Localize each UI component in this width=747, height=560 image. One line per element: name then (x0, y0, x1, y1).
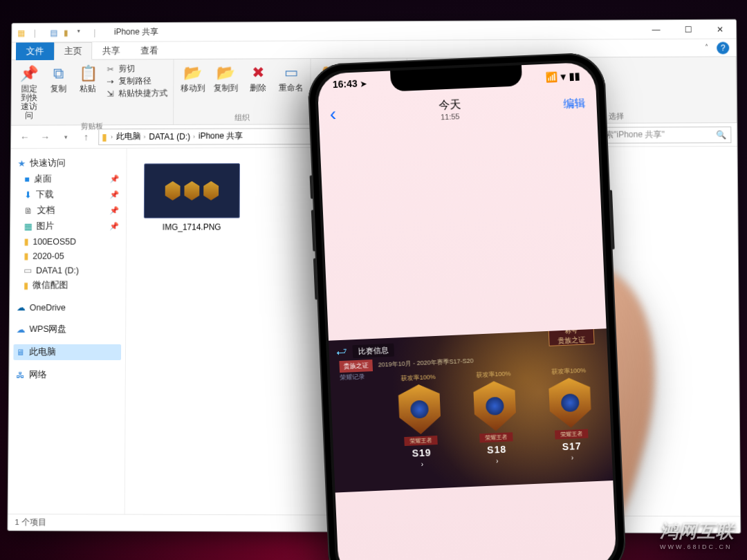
qat-menu-icon[interactable]: ▾ (77, 28, 87, 37)
battery-icon: ▮▮ (569, 71, 580, 82)
tab-share[interactable]: 共享 (92, 42, 130, 60)
delete-button[interactable]: ✖删除 (245, 62, 273, 93)
nav-title: 今天 11:55 (439, 97, 461, 121)
cut-button[interactable]: ✂剪切 (106, 64, 168, 74)
iphone: 16:43 ➤ 📶 ▾ ▮▮ ‹ 今天 11:55 编辑 (307, 52, 627, 560)
rank-shield-icon (548, 377, 591, 429)
sidebar: ★快速访问 ■桌面📌 ⬇下载📌 🗎文档📌 ▦图片📌 ▮100EOS5D ▮202… (8, 149, 127, 514)
tab-view[interactable]: 查看 (130, 41, 168, 59)
tab-home[interactable]: 主页 (54, 42, 92, 60)
copy-to-button[interactable]: 📂复制到 (212, 62, 239, 93)
sidebar-item-pictures[interactable]: ▦图片📌 (15, 218, 122, 234)
copy-button[interactable]: ⧉ 复制 (46, 63, 71, 93)
sidebar-quick-access[interactable]: ★快速访问 (15, 156, 122, 171)
desktop-icon: ■ (24, 174, 30, 184)
edit-button[interactable]: 编辑 (563, 96, 586, 111)
game-sub2: 荣耀记录 (340, 373, 365, 383)
maximize-button[interactable]: ☐ (672, 19, 704, 39)
phone-screen: 16:43 ➤ 📶 ▾ ▮▮ ‹ 今天 11:55 编辑 (317, 62, 617, 560)
paste-icon: 📋 (78, 63, 99, 84)
minimize-button[interactable]: ― (640, 20, 672, 39)
file-item[interactable]: IMG_1714.PNG (140, 163, 243, 232)
rank-shield-icon (473, 380, 517, 432)
close-button[interactable]: ✕ (704, 19, 736, 39)
rank-card: 获攻率100% 荣耀王者 S17 › (535, 366, 605, 472)
tab-file[interactable]: 文件 (16, 42, 54, 60)
qat-props-icon[interactable]: ▤ (50, 28, 59, 37)
sidebar-this-pc[interactable]: 🖥此电脑 (13, 344, 121, 360)
breadcrumb[interactable]: DATA1 (D:)› (149, 131, 196, 141)
sidebar-wps[interactable]: ☁WPS网盘 (14, 321, 122, 337)
help-icon[interactable]: ? (717, 41, 729, 54)
sidebar-item-folder[interactable]: ▮2020-05 (15, 249, 122, 263)
sidebar-item-folder[interactable]: ▮微信配图 (14, 277, 122, 293)
wifi-icon: ▾ (560, 71, 566, 82)
star-icon: ★ (18, 158, 26, 169)
qat-sep2: | (93, 28, 103, 37)
file-thumbnail (144, 163, 240, 218)
move-to-button[interactable]: 📂移动到 (179, 62, 206, 93)
copy-icon: ⧉ (48, 63, 69, 84)
back-button[interactable]: ‹ (329, 103, 337, 125)
rank-card: 获攻率100% 荣耀王者 S19 › (385, 372, 455, 478)
paste-button[interactable]: 📋 粘贴 (76, 63, 100, 93)
photo-viewer[interactable]: ⮐ 比赛信息 称号 贵族之证 贵族之证 2019年10月 - 2020年赛季S1… (320, 121, 617, 560)
moveto-icon: 📂 (183, 62, 203, 83)
breadcrumb[interactable]: iPhone 共享 (199, 130, 243, 142)
network-icon: 🖧 (16, 370, 25, 380)
cloud-icon: ☁ (17, 324, 26, 335)
sidebar-item-downloads[interactable]: ⬇下载📌 (15, 187, 122, 203)
ribbon-collapse-icon[interactable]: ˄ (705, 44, 708, 51)
sidebar-onedrive[interactable]: ☁OneDrive (14, 300, 122, 315)
photo-content: ⮐ 比赛信息 称号 贵族之证 贵族之证 2019年10月 - 2020年赛季S1… (329, 328, 613, 492)
rename-button[interactable]: ▭重命名 (277, 62, 305, 93)
chevron-right-icon: › (421, 460, 423, 468)
sidebar-item-folder[interactable]: ▮100EOS5D (15, 234, 122, 249)
pin-to-quick-access-button[interactable]: 📌 固定到快 速访问 (17, 63, 41, 120)
sidebar-item-desktop[interactable]: ■桌面📌 (15, 171, 122, 187)
sidebar-network[interactable]: 🖧网络 (13, 367, 121, 383)
notch (390, 65, 522, 91)
pasteshortcut-icon: ⇲ (105, 88, 116, 99)
location-icon: ➤ (360, 80, 367, 88)
delete-icon: ✖ (248, 62, 269, 82)
game-tag: 贵族之证 (339, 360, 373, 373)
download-icon: ⬇ (24, 190, 32, 200)
chevron-right-icon: › (571, 454, 574, 461)
breadcrumb[interactable]: 此电脑› (116, 131, 147, 142)
window-title: iPhone 共享 (114, 26, 158, 38)
pin-icon: 📌 (110, 190, 120, 199)
signal-icon: 📶 (545, 71, 557, 83)
pin-icon: 📌 (19, 63, 39, 84)
game-flag: 称号 贵族之证 (548, 328, 594, 346)
game-back-icon: ⮐ (335, 346, 347, 359)
watermark: 鸿网互联 WWW.68IDC.CN (660, 519, 735, 550)
pin-icon: 📌 (110, 174, 120, 183)
nav-recent-button[interactable]: ▾ (57, 129, 74, 145)
rank-cards: 获攻率100% 荣耀王者 S19 › 获攻率100% 荣耀王者 S18 › (385, 361, 606, 483)
file-name: IMG_1714.PNG (140, 222, 243, 232)
rank-shield-icon (398, 384, 441, 436)
qat-paste-icon[interactable]: ▮ (64, 28, 73, 37)
status-text: 1 个项目 (15, 517, 46, 528)
drive-icon: ▭ (24, 265, 32, 276)
ribbon-tabs: 文件 主页 共享 查看 ˄ ? (12, 39, 736, 60)
sidebar-item-drive[interactable]: ▭DATA1 (D:) (14, 263, 121, 277)
copy-path-button[interactable]: ⇢复制路径 (106, 76, 168, 86)
folder-icon: ▮ (24, 236, 29, 247)
quick-access-toolbar: ▦ | ▤ ▮ ▾ | (12, 28, 111, 37)
phone-time: 16:43 (333, 78, 358, 91)
ribbon-group-organize: 📂移动到 📂复制到 ✖删除 ▭重命名 组织 (174, 59, 311, 124)
pin-icon: 📌 (109, 222, 119, 231)
nav-up-button[interactable]: ↑ (78, 129, 95, 145)
paste-shortcut-button[interactable]: ⇲粘贴快捷方式 (105, 88, 167, 99)
folder-icon: ▮ (102, 131, 107, 142)
search-input[interactable]: 搜索"iPhone 共享" 🔍 (592, 127, 731, 144)
ribbon-group-clipboard: 📌 固定到快 速访问 ⧉ 复制 📋 粘贴 ✂剪切 ⇢复制路径 ⇲粘贴快捷方式 剪… (11, 59, 174, 125)
folder-icon: ▮ (24, 280, 28, 290)
pc-icon: 🖥 (16, 347, 25, 357)
nav-forward-button[interactable]: → (37, 129, 53, 145)
sidebar-item-documents[interactable]: 🗎文档📌 (15, 203, 122, 218)
nav-back-button[interactable]: ← (17, 129, 33, 145)
qat-sep: | (34, 28, 44, 37)
